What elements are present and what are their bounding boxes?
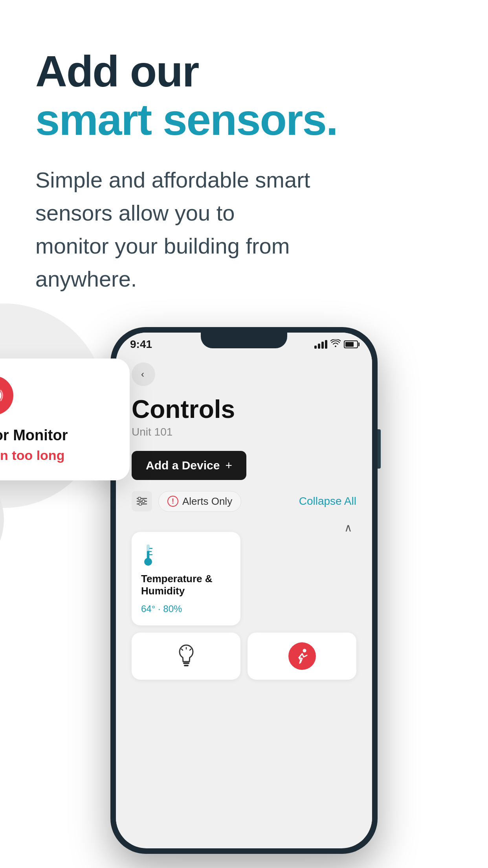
hero-title-line2: smart sensors. — [35, 96, 453, 144]
alert-circle-icon: ! — [167, 496, 178, 507]
signal-bar-4 — [325, 340, 327, 349]
page-container: Add our smart sensors. Simple and afford… — [0, 0, 488, 868]
motion-card[interactable] — [248, 633, 356, 680]
light-card[interactable] — [132, 633, 240, 680]
thermometer-icon-container — [141, 543, 155, 566]
back-chevron-icon: ‹ — [141, 369, 144, 380]
svg-point-7 — [142, 500, 145, 503]
bulb-icon — [176, 644, 196, 669]
door-monitor-status: Open too long — [0, 448, 112, 463]
signal-bar-2 — [318, 344, 320, 349]
temp-humidity-card[interactable]: Temperature &Humidity 64° · 80% — [132, 532, 240, 625]
unit-label: Unit 101 — [132, 426, 356, 438]
signal-bar-1 — [314, 346, 317, 349]
temp-humidity-name: Temperature &Humidity — [141, 573, 213, 597]
svg-line-19 — [190, 649, 191, 650]
temp-humidity-status: 64° · 80% — [141, 603, 182, 614]
devices-grid: Temperature &Humidity 64° · 80% — [132, 532, 356, 625]
motion-badge — [288, 642, 316, 670]
alerts-text: Alerts Only — [182, 495, 232, 508]
motion-person-icon — [294, 647, 311, 665]
door-monitor-card: Door Monitor Open too long — [0, 359, 130, 480]
page-title: Controls — [132, 395, 356, 423]
grid-spacer — [248, 532, 356, 625]
filter-left: ! Alerts Only — [132, 491, 241, 512]
signal-bar-3 — [321, 342, 324, 349]
phone-notch — [201, 333, 287, 348]
svg-line-18 — [182, 649, 183, 650]
door-icon — [0, 384, 5, 407]
svg-point-20 — [303, 649, 306, 653]
svg-point-6 — [138, 497, 141, 500]
add-device-label: Add a Device — [146, 459, 220, 472]
alerts-badge[interactable]: ! Alerts Only — [158, 491, 241, 512]
door-monitor-icon-wrapper — [0, 376, 13, 415]
add-device-button[interactable]: Add a Device + — [132, 451, 246, 480]
phone-mockup: 9:41 — [110, 327, 378, 854]
thermometer-icon — [141, 543, 155, 566]
hero-description: Simple and affordable smart sensors allo… — [35, 164, 310, 296]
battery-fill — [345, 342, 354, 347]
svg-point-8 — [139, 503, 142, 506]
hero-title-line1: Add our — [35, 47, 453, 96]
collapse-all-button[interactable]: Collapse All — [299, 495, 356, 508]
filter-bar: ! Alerts Only Collapse All — [132, 491, 356, 512]
svg-rect-15 — [183, 662, 189, 664]
hero-section: Add our smart sensors. Simple and afford… — [35, 47, 453, 296]
wifi-icon — [330, 339, 341, 349]
signal-bars-icon — [314, 340, 327, 349]
phone-screen: 9:41 — [116, 333, 372, 848]
bottom-devices-row — [132, 633, 356, 680]
door-monitor-title: Door Monitor — [0, 427, 112, 444]
phone-wrapper: Door Monitor Open too long 9:41 — [35, 327, 453, 854]
filter-icon-button[interactable] — [132, 491, 152, 511]
back-button[interactable]: ‹ — [132, 362, 155, 386]
svg-point-11 — [144, 558, 152, 566]
status-time: 9:41 — [130, 338, 152, 351]
svg-rect-16 — [184, 665, 189, 666]
app-content: ‹ Controls Unit 101 Add a Device + — [116, 355, 372, 847]
status-icons — [314, 339, 358, 349]
sliders-icon — [136, 497, 147, 506]
plus-icon: + — [225, 459, 232, 472]
battery-icon — [344, 340, 358, 348]
